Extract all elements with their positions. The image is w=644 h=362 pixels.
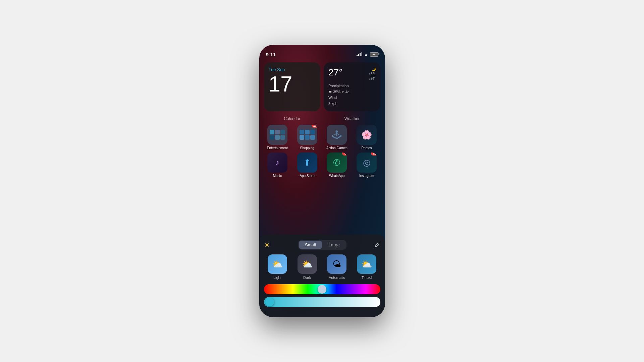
calendar-day-name: Tue [269, 67, 276, 72]
photos-icon: 🌸 [357, 125, 377, 145]
weather-high: ↑32° [369, 72, 375, 76]
calendar-label: Calendar [284, 116, 300, 121]
weather-meta: 🌙 ↑32° ↓24° [369, 67, 375, 81]
style-tinted-label: Tinted [362, 276, 372, 280]
signal-icon [357, 52, 362, 56]
whatsapp-icon: 5 ✆ [327, 153, 347, 173]
app-shopping[interactable]: 10 Shopping [293, 125, 321, 150]
weather-detail: Precipitation 🌧 35% in 4d Wind 8 kph [328, 83, 376, 107]
precip-detail: 🌧 35% in 4d [328, 89, 376, 95]
wind-speed: 8 kph [328, 101, 376, 107]
style-dark[interactable]: ⛅ Dark [293, 254, 321, 280]
hue-thumb[interactable] [318, 285, 326, 294]
music-icon: ♪ [267, 153, 287, 173]
wind-label: Wind [328, 95, 376, 101]
tab-small[interactable]: Small [299, 241, 322, 249]
whatsapp-label: WhatsApp [329, 174, 344, 178]
app-action-games[interactable]: 🕹 Action Games [323, 125, 351, 150]
whatsapp-badge: 5 [342, 153, 347, 156]
style-light-icon: ⛅ [268, 254, 287, 274]
music-label: Music [273, 174, 282, 178]
style-dark-label: Dark [303, 276, 311, 280]
wifi-icon: ▲ [364, 52, 368, 57]
appstore-icon: ⬆ [297, 153, 317, 173]
app-instagram[interactable]: 12 ◎ Instagram [353, 153, 380, 178]
app-grid-row1: Entertainment 10 [264, 125, 380, 150]
icon-customization-panel: ☀ Small Large 🖊 ⛅ Light [259, 235, 385, 317]
style-auto-label: Automatic [329, 276, 345, 280]
app-photos[interactable]: 🌸 Photos [353, 125, 380, 150]
app-whatsapp[interactable]: 5 ✆ WhatsApp [323, 153, 351, 178]
calendar-month: Sep [277, 67, 285, 72]
style-tinted[interactable]: ⛅ Tinted [353, 254, 380, 280]
widgets-row: Tue Sep 17 27° 🌙 ↑32° ↓24° [264, 62, 380, 111]
action-games-label: Action Games [326, 146, 347, 150]
status-bar: 9:11 ▲ 49 [259, 45, 385, 60]
entertainment-label: Entertainment [267, 146, 288, 150]
style-dark-icon: ⛅ [298, 254, 317, 274]
tab-large[interactable]: Large [323, 241, 346, 249]
calendar-widget[interactable]: Tue Sep 17 [264, 62, 321, 111]
style-light-label: Light [273, 276, 281, 280]
page-background: 9:11 ▲ 49 Tue Sep [0, 0, 644, 362]
instagram-badge: 12 [371, 153, 377, 156]
style-automatic[interactable]: 🌤 Automatic [323, 254, 351, 280]
status-icons: ▲ 49 [357, 52, 378, 57]
size-tabs: Small Large [298, 240, 346, 250]
weather-label: Weather [344, 116, 360, 121]
home-screen-content: Tue Sep 17 27° 🌙 ↑32° ↓24° [259, 60, 385, 178]
weather-temp: 27° [328, 67, 342, 78]
app-music[interactable]: ♪ Music [264, 153, 291, 178]
panel-toolbar: ☀ Small Large 🖊 [264, 240, 380, 250]
shopping-icon: 10 [297, 125, 317, 145]
color-sliders [264, 284, 380, 307]
entertainment-icon [267, 125, 287, 145]
style-light[interactable]: ⛅ Light [264, 254, 291, 280]
shopping-label: Shopping [300, 146, 314, 150]
instagram-label: Instagram [359, 174, 374, 178]
weather-low: ↓24° [369, 76, 375, 81]
saturation-slider[interactable] [264, 297, 380, 307]
app-grid-row2: ♪ Music ⬆ App Store 5 ✆ W [264, 153, 380, 178]
precip-label: Precipitation [328, 83, 376, 89]
appstore-label: App Store [300, 174, 314, 178]
eyedropper-icon[interactable]: 🖊 [375, 242, 380, 248]
weather-top: 27° 🌙 ↑32° ↓24° [328, 67, 376, 81]
action-games-icon: 🕹 [327, 125, 347, 145]
calendar-header: Tue Sep [269, 67, 316, 72]
hue-slider[interactable] [264, 284, 380, 294]
photos-label: Photos [362, 146, 372, 150]
status-time: 9:11 [266, 52, 276, 57]
app-store[interactable]: ⬆ App Store [293, 153, 321, 178]
saturation-thumb[interactable] [265, 298, 274, 306]
shopping-badge: 10 [312, 125, 317, 128]
app-entertainment[interactable]: Entertainment [264, 125, 291, 150]
icon-style-options: ⛅ Light ⛅ Dark 🌤 Automatic [264, 254, 380, 280]
phone-frame: 9:11 ▲ 49 Tue Sep [259, 45, 385, 317]
instagram-icon: 12 ◎ [357, 153, 377, 173]
battery-icon: 49 [370, 52, 378, 57]
weather-widget[interactable]: 27° 🌙 ↑32° ↓24° Precipitation 🌧 35% in 4… [324, 62, 380, 111]
style-tinted-icon: ⛅ [357, 254, 376, 274]
style-auto-icon: 🌤 [327, 254, 346, 274]
sun-icon[interactable]: ☀ [264, 241, 270, 249]
calendar-day: 17 [269, 73, 316, 95]
weather-icon-moon: 🌙 [369, 67, 375, 72]
